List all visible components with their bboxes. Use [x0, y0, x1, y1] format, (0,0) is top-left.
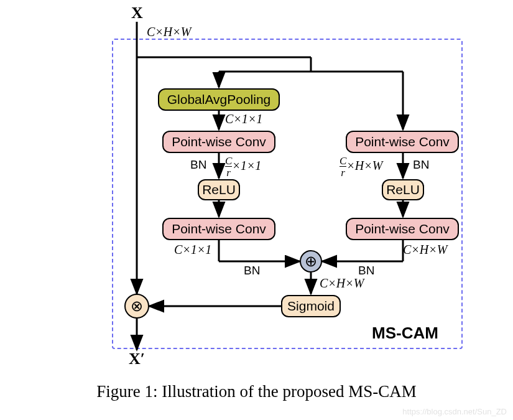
- global-avg-pooling-label: GlobalAvgPooling: [167, 92, 271, 107]
- pwconv-right-1-label: Point-wise Conv: [355, 134, 450, 149]
- relu-right-label: ReLU: [386, 182, 420, 197]
- bn-right-2: BN: [358, 264, 374, 278]
- relu-left-label: ReLU: [202, 182, 236, 197]
- global-avg-pooling-block: GlobalAvgPooling: [158, 88, 280, 111]
- arrows-layer: [0, 0, 513, 420]
- output-tensor-label: X′: [129, 350, 145, 368]
- elementwise-add-op: ⊕: [300, 250, 322, 273]
- pwconv-right-2-label: Point-wise Conv: [355, 222, 450, 236]
- pwconv-right-2: Point-wise Conv: [346, 218, 459, 240]
- sigmoid-label: Sigmoid: [287, 299, 335, 314]
- figure-caption: Figure 1: Illustration of the proposed M…: [0, 382, 513, 401]
- pwconv-left-1: Point-wise Conv: [162, 131, 275, 153]
- dim-input: C×H×W: [147, 25, 191, 39]
- pwconv-left-2: Point-wise Conv: [162, 218, 275, 240]
- pwconv-left-2-label: Point-wise Conv: [172, 222, 266, 236]
- module-name-label: MS-CAM: [372, 324, 438, 343]
- add-icon: ⊕: [305, 253, 317, 270]
- dim-right-out: C×H×W: [403, 243, 447, 257]
- dim-after-gap: C×1×1: [225, 112, 262, 126]
- input-tensor-label: X: [131, 4, 143, 22]
- dim-left-reduced: Cr×1×1: [225, 156, 261, 178]
- pwconv-left-1-label: Point-wise Conv: [172, 134, 266, 149]
- elementwise-mul-op: ⊗: [124, 294, 149, 319]
- dim-left-out: C×1×1: [174, 243, 211, 257]
- dim-after-add: C×H×W: [320, 276, 364, 291]
- sigmoid-block: Sigmoid: [281, 295, 341, 317]
- bn-right-1: BN: [413, 158, 429, 172]
- pwconv-right-1: Point-wise Conv: [346, 131, 459, 153]
- relu-left: ReLU: [198, 179, 240, 200]
- bn-left-2: BN: [244, 264, 260, 278]
- bn-left-1: BN: [190, 158, 206, 172]
- mul-icon: ⊗: [131, 297, 143, 315]
- relu-right: ReLU: [382, 179, 424, 200]
- source-watermark: https://blog.csdn.net/Sun_ZD: [402, 407, 507, 416]
- dim-right-reduced: Cr×H×W: [340, 156, 382, 178]
